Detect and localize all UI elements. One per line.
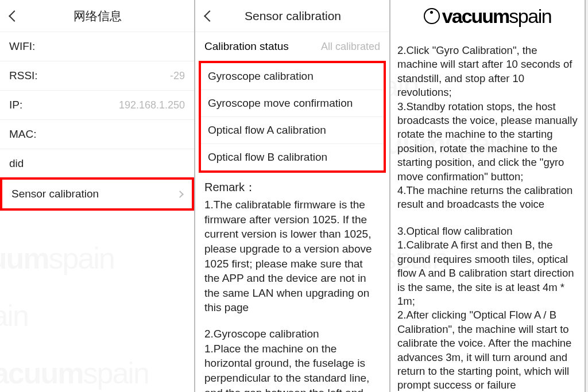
chevron-right-icon (176, 191, 184, 198)
rssi-value: -29 (170, 70, 185, 82)
header: 网络信息 (0, 0, 194, 32)
rssi-label: RSSI: (9, 69, 38, 82)
remark-title: Remark： (204, 180, 380, 195)
ip-label: IP: (9, 99, 22, 111)
instr-p4a: 3.Optical flow calibration (397, 224, 578, 238)
rssi-row[interactable]: RSSI: -29 (0, 61, 194, 91)
remark-p2b: 1.Place the machine on the horizontal gr… (204, 341, 380, 392)
brand-bold: vacuum (442, 5, 509, 28)
optical-flow-a-item[interactable]: Optical flow A calibration (201, 117, 384, 144)
header: Sensor calibration (195, 0, 389, 32)
instructions-screen: vacuumspain vacuumspain vacuumspain vacu… (390, 0, 586, 392)
brand-icon (424, 8, 440, 24)
sensor-calibration-label: Sensor calibration (11, 188, 99, 200)
instr-p1: 2.Click "Gyro Calibration", the machine … (397, 44, 578, 100)
instructions-body: 2.Click "Gyro Calibration", the machine … (390, 32, 585, 392)
back-icon[interactable] (9, 10, 20, 22)
brand-logo: vacuumspain (424, 5, 551, 28)
remark-p2a: 2.Gyroscope calibration (204, 327, 380, 341)
remark-p1: 1.The calibratable firmware is the firmw… (204, 197, 380, 315)
instr-p2: 3.Standby rotation stops, the host broad… (397, 100, 578, 184)
wifi-row[interactable]: WIFI: (0, 32, 194, 61)
wifi-label: WIFI: (9, 40, 35, 53)
instr-p5: 2.After clicking "Optical Flow A / B Cal… (397, 308, 578, 392)
mac-row[interactable]: MAC: (0, 120, 194, 149)
network-list: WIFI: RSSI: -29 IP: 192.168.1.250 MAC: d… (0, 32, 194, 211)
network-info-screen: vacuumspain vacuumspain vacuumspain 网络信息… (0, 0, 195, 392)
calibration-status-value: All calibrated (321, 41, 380, 53)
brand-header: vacuumspain (390, 0, 585, 32)
brand-light: spain (509, 5, 551, 28)
sensor-calibration-screen: Sensor calibration Calibration status Al… (195, 0, 390, 392)
ip-value: 192.168.1.250 (119, 99, 185, 111)
did-row[interactable]: did (0, 149, 194, 178)
remark-block: Remark： 1.The calibratable firmware is t… (195, 173, 389, 392)
instr-p3: 4.The machine returns the calibration re… (397, 184, 578, 212)
sensor-calibration-row[interactable]: Sensor calibration (0, 177, 194, 211)
ip-row[interactable]: IP: 192.168.1.250 (0, 91, 194, 120)
page-title: Sensor calibration (225, 9, 361, 23)
optical-flow-b-item[interactable]: Optical flow B calibration (201, 144, 384, 170)
calibration-status-label: Calibration status (204, 40, 289, 53)
page-title: 网络信息 (30, 8, 165, 24)
instr-p4b: 1.Calibrate A first and then B, the grou… (397, 238, 578, 308)
calibration-status-row: Calibration status All calibrated (195, 32, 389, 61)
did-label: did (9, 157, 24, 170)
gyroscope-move-confirmation-item[interactable]: Gyroscope move confirmation (201, 90, 384, 117)
gyroscope-calibration-item[interactable]: Gyroscope calibration (201, 63, 384, 90)
calibration-items-highlight: Gyroscope calibration Gyroscope move con… (199, 61, 386, 173)
back-icon[interactable] (204, 10, 215, 22)
mac-label: MAC: (9, 128, 37, 141)
